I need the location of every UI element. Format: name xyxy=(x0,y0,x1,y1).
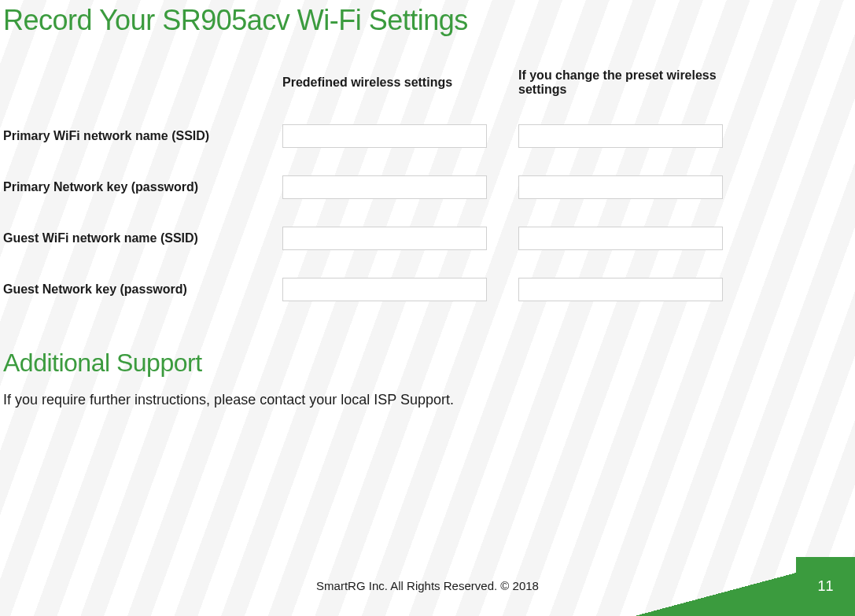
table-corner-spacer xyxy=(3,68,267,97)
input-guest-key-changed[interactable] xyxy=(518,278,723,301)
input-primary-ssid-changed[interactable] xyxy=(518,124,723,148)
row-label-primary-ssid: Primary WiFi network name (SSID) xyxy=(3,124,267,148)
input-guest-ssid-changed[interactable] xyxy=(518,227,723,250)
input-guest-ssid-predefined[interactable] xyxy=(282,227,487,250)
support-text: If you require further instructions, ple… xyxy=(0,392,855,408)
row-label-guest-key: Guest Network key (password) xyxy=(3,278,267,301)
page-title: Record Your SR905acv Wi-Fi Settings xyxy=(0,0,855,37)
row-label-guest-ssid: Guest WiFi network name (SSID) xyxy=(3,227,267,250)
wifi-settings-table: Predefined wireless settings If you chan… xyxy=(0,68,855,301)
row-label-primary-key: Primary Network key (password) xyxy=(3,175,267,199)
input-primary-key-changed[interactable] xyxy=(518,175,723,199)
input-guest-key-predefined[interactable] xyxy=(282,278,487,301)
input-primary-key-predefined[interactable] xyxy=(282,175,487,199)
support-heading: Additional Support xyxy=(0,349,855,378)
footer-page-number: 11 xyxy=(796,557,855,616)
input-primary-ssid-predefined[interactable] xyxy=(282,124,487,148)
col-header-predefined: Predefined wireless settings xyxy=(282,68,503,97)
col-header-changed: If you change the preset wireless settin… xyxy=(518,68,739,97)
